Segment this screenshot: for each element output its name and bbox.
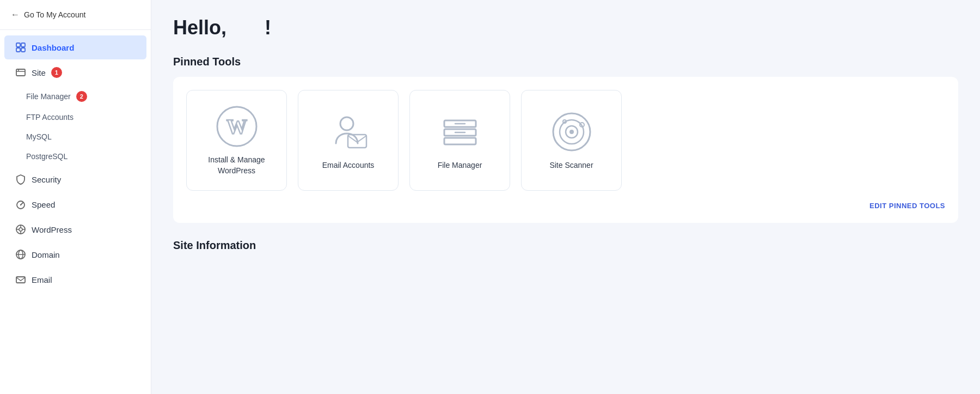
hello-heading: Hello, ! xyxy=(173,16,958,39)
file-manager-badge: 2 xyxy=(76,91,87,102)
site-scanner-icon xyxy=(550,110,593,154)
tool-label-install-wordpress: Install & ManageWordPress xyxy=(208,155,265,176)
email-accounts-icon xyxy=(327,110,370,154)
svg-rect-2 xyxy=(16,48,20,52)
file-manager-tool-icon xyxy=(438,110,482,154)
sidebar-item-ftp-accounts[interactable]: FTP Accounts xyxy=(0,107,151,127)
tool-card-email-accounts[interactable]: Email Accounts xyxy=(298,90,399,191)
svg-point-10 xyxy=(19,228,22,231)
sidebar-item-label-site: Site xyxy=(32,68,46,77)
pinned-tools-grid: W Install & ManageWordPress xyxy=(186,90,945,191)
sidebar-item-speed[interactable]: Speed xyxy=(4,192,146,216)
pinned-tools-title: Pinned Tools xyxy=(173,56,958,68)
go-to-account-label: Go To My Account xyxy=(24,10,85,19)
sidebar-item-label-postgresql: PostgreSQL xyxy=(26,152,68,161)
tool-card-install-wordpress[interactable]: W Install & ManageWordPress xyxy=(186,90,287,191)
sidebar-item-label-wordpress: WordPress xyxy=(32,225,72,234)
sidebar-item-label-mysql: MySQL xyxy=(26,132,52,141)
sidebar-item-wordpress[interactable]: WordPress xyxy=(4,217,146,241)
svg-point-21 xyxy=(340,117,353,130)
sidebar-item-label-ftp: FTP Accounts xyxy=(26,113,74,122)
sidebar-item-email[interactable]: Email xyxy=(4,268,146,292)
svg-rect-0 xyxy=(16,43,20,47)
sidebar-item-security[interactable]: Security xyxy=(4,167,146,191)
sidebar-item-label-domain: Domain xyxy=(32,250,60,259)
tool-label-file-manager: File Manager xyxy=(438,160,482,171)
sidebar-item-domain[interactable]: Domain xyxy=(4,243,146,266)
tool-card-file-manager[interactable]: File Manager xyxy=(409,90,510,191)
site-badge: 1 xyxy=(51,67,62,78)
edit-pinned-tools-button[interactable]: EDIT PINNED TOOLS xyxy=(186,191,945,210)
pinned-tools-card: W Install & ManageWordPress xyxy=(173,77,958,223)
sidebar: ← Go To My Account Dashboard xyxy=(0,0,151,394)
sidebar-item-label-speed: Speed xyxy=(32,200,55,209)
tool-card-site-scanner[interactable]: Site Scanner xyxy=(521,90,622,191)
domain-icon xyxy=(15,249,26,260)
go-to-account-button[interactable]: ← Go To My Account xyxy=(0,0,151,30)
sidebar-item-file-manager[interactable]: File Manager 2 xyxy=(0,86,151,107)
install-wordpress-icon: W xyxy=(215,105,259,148)
security-icon xyxy=(15,174,26,185)
tool-label-site-scanner: Site Scanner xyxy=(549,160,593,171)
site-icon xyxy=(15,67,26,78)
sidebar-item-dashboard[interactable]: Dashboard xyxy=(4,35,146,59)
sidebar-item-postgresql[interactable]: PostgreSQL xyxy=(0,147,151,166)
svg-rect-4 xyxy=(16,69,25,76)
svg-rect-1 xyxy=(21,43,25,47)
site-information-title: Site Information xyxy=(173,239,958,252)
dashboard-icon xyxy=(15,42,26,53)
sidebar-item-label-email: Email xyxy=(32,275,52,284)
back-arrow-icon: ← xyxy=(11,10,20,20)
hello-text: Hello, xyxy=(173,16,226,39)
svg-point-31 xyxy=(569,130,574,134)
svg-text:W: W xyxy=(226,115,247,138)
email-icon xyxy=(15,274,26,285)
sidebar-navigation: Dashboard Site 1 File Manager 2 FTP Acco… xyxy=(0,30,151,297)
speed-icon xyxy=(15,199,26,210)
sidebar-item-mysql[interactable]: MySQL xyxy=(0,127,151,147)
wordpress-icon xyxy=(15,224,26,235)
hello-exclamation: ! xyxy=(265,16,271,39)
svg-rect-25 xyxy=(444,138,476,144)
sidebar-item-label-security: Security xyxy=(32,175,61,184)
svg-point-8 xyxy=(20,204,21,205)
tool-label-email-accounts: Email Accounts xyxy=(322,160,375,171)
svg-rect-3 xyxy=(21,48,25,52)
svg-rect-18 xyxy=(16,277,25,283)
main-content: Hello, ! Pinned Tools W Install & Manage… xyxy=(151,0,980,394)
sidebar-item-label-file-manager: File Manager xyxy=(26,92,71,101)
sidebar-item-label-dashboard: Dashboard xyxy=(32,43,74,52)
sidebar-item-site[interactable]: Site 1 xyxy=(4,60,146,84)
